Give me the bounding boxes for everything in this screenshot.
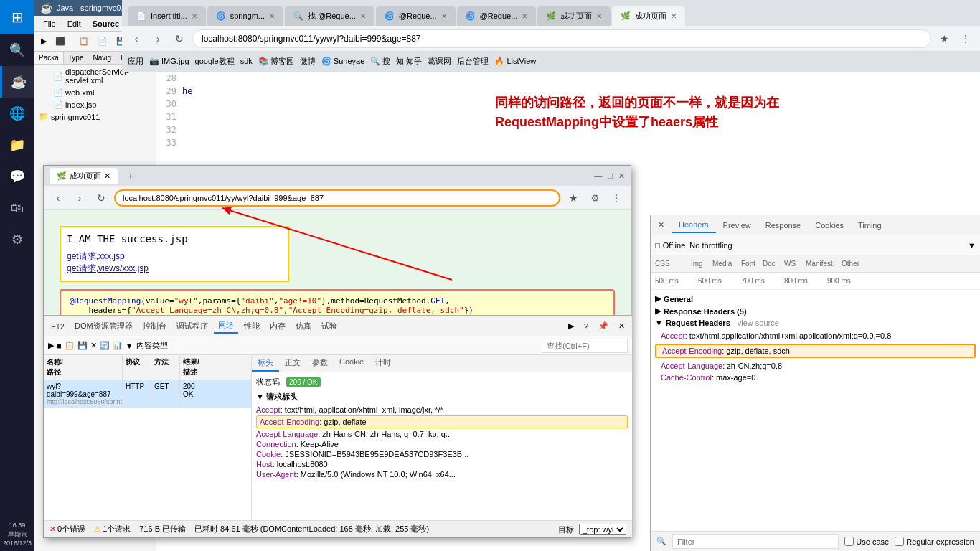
tab-headers[interactable]: 标头 bbox=[252, 355, 279, 372]
view-source-link[interactable]: view source bbox=[738, 319, 779, 327]
tab-timing[interactable]: 计时 bbox=[369, 355, 397, 372]
network-search-input[interactable] bbox=[542, 339, 628, 353]
net-filter[interactable]: ▼ bbox=[126, 342, 133, 350]
tab-close-icon[interactable]: ✕ bbox=[596, 12, 602, 20]
target-select[interactable]: _top: wyl bbox=[579, 524, 626, 535]
bm-admin[interactable]: 后台管理 bbox=[457, 56, 489, 67]
devtools-close[interactable]: ✕ bbox=[614, 320, 629, 332]
cdt-tab-close[interactable]: ✕ bbox=[651, 217, 672, 232]
tab-close-icon[interactable]: ✕ bbox=[269, 12, 275, 20]
toolbar-btn-3[interactable]: 📋 bbox=[75, 34, 93, 48]
net-refresh[interactable]: 🔄 bbox=[100, 341, 110, 350]
bm-listview[interactable]: 🔥 ListView bbox=[494, 57, 536, 66]
b2-extensions[interactable]: ⚙ bbox=[586, 189, 603, 207]
forward-button[interactable]: › bbox=[149, 30, 166, 47]
bm-boke[interactable]: 📚 博客园 bbox=[258, 56, 294, 67]
chrome-tab-2[interactable]: 🔍找 @Reque...✕ bbox=[285, 6, 374, 26]
toolbar-btn-2[interactable]: ⬛ bbox=[52, 34, 69, 48]
menu-source[interactable]: Source bbox=[87, 17, 125, 30]
bm-search[interactable]: 🔍 搜 bbox=[370, 56, 390, 67]
tab-close-icon[interactable]: ✕ bbox=[360, 12, 366, 20]
cdt-tab-cookies[interactable]: Cookies bbox=[808, 218, 851, 232]
b2-back[interactable]: ‹ bbox=[50, 189, 67, 207]
net-clear[interactable]: ✕ bbox=[90, 341, 97, 350]
net-stop[interactable]: ■ bbox=[57, 342, 62, 350]
tree-item-webxml[interactable]: 📄web.xml bbox=[36, 86, 154, 98]
start-button[interactable]: ⊞ bbox=[0, 0, 34, 34]
cdt-throttle[interactable]: ▼ bbox=[968, 241, 976, 250]
tab-cookie[interactable]: Cookie bbox=[334, 355, 369, 372]
cdt-tab-preview[interactable]: Preview bbox=[716, 218, 758, 232]
tab-close-icon[interactable]: ✕ bbox=[671, 12, 677, 20]
bookmark-button[interactable]: ★ bbox=[936, 30, 953, 47]
b2-bookmark[interactable]: ★ bbox=[565, 189, 582, 207]
tab-package[interactable]: Packa bbox=[34, 52, 64, 64]
warning-btn[interactable]: ⚠ 1个请求 bbox=[94, 524, 131, 534]
browser2-maximize[interactable]: □ bbox=[608, 171, 613, 181]
devtools-pin[interactable]: 📌 bbox=[594, 320, 613, 332]
back-button[interactable]: ‹ bbox=[128, 30, 145, 47]
b2-forward[interactable]: › bbox=[71, 189, 88, 207]
browser2-tab-close[interactable]: ✕ bbox=[104, 171, 110, 181]
devtools-console[interactable]: 控制台 bbox=[138, 319, 171, 333]
menu-edit[interactable]: Edit bbox=[62, 18, 87, 29]
devtools-info[interactable]: ? bbox=[580, 321, 593, 332]
cdt-request-headers-header[interactable]: ▼Request Headers view source bbox=[655, 319, 976, 327]
error-btn[interactable]: ✕ 0个错误 bbox=[50, 524, 85, 534]
browser2-new-tab[interactable]: + bbox=[122, 167, 139, 184]
link-get-views[interactable]: get请求,views/xxx.jsp bbox=[67, 263, 149, 273]
cdt-tab-timing[interactable]: Timing bbox=[851, 218, 889, 232]
chrome-tab-1[interactable]: 🌀springm...✕ bbox=[207, 6, 283, 26]
devtools-emulate[interactable]: 仿真 bbox=[291, 319, 316, 333]
taskbar-search[interactable]: 🔍 bbox=[0, 34, 34, 66]
cdt-filter-input[interactable] bbox=[672, 534, 839, 549]
tab-close-icon[interactable]: ✕ bbox=[441, 12, 447, 20]
bm-sdk[interactable]: sdk bbox=[240, 57, 253, 65]
menu-file[interactable]: File bbox=[37, 18, 62, 29]
devtools-dom[interactable]: DOM资源管理器 bbox=[70, 319, 137, 333]
tree-item-indexjsp[interactable]: 📄index.jsp bbox=[36, 98, 154, 110]
devtools-debug[interactable]: 调试程序 bbox=[172, 319, 212, 333]
taskbar-store[interactable]: 🛍 bbox=[0, 192, 34, 224]
cdt-response-headers-header[interactable]: ▶Response Headers (5) bbox=[655, 306, 976, 316]
net-export[interactable]: 💾 bbox=[77, 341, 88, 350]
tab-close-icon[interactable]: ✕ bbox=[522, 12, 527, 20]
browser2-minimize[interactable]: — bbox=[594, 171, 602, 181]
tab-params[interactable]: 参数 bbox=[306, 355, 334, 372]
taskbar-files[interactable]: 📁 bbox=[0, 129, 34, 161]
taskbar-browser[interactable]: 🌐 bbox=[0, 98, 34, 129]
net-chart[interactable]: 📊 bbox=[113, 341, 123, 350]
taskbar-settings[interactable]: ⚙ bbox=[0, 224, 34, 255]
browser2-url-bar[interactable] bbox=[114, 189, 560, 207]
b2-menu[interactable]: ⋮ bbox=[608, 189, 625, 207]
net-play[interactable]: ▶ bbox=[48, 341, 54, 350]
net-content-type[interactable]: 内容类型 bbox=[136, 340, 168, 351]
use-case-checkbox[interactable] bbox=[844, 537, 854, 546]
chrome-tab-5[interactable]: 🌿成功页面✕ bbox=[537, 6, 611, 26]
tab-close-icon[interactable]: ✕ bbox=[192, 12, 197, 20]
bm-google[interactable]: google教程 bbox=[195, 56, 235, 67]
taskbar-chat[interactable]: 💬 bbox=[0, 161, 34, 192]
devtools-f12[interactable]: F12 bbox=[47, 321, 69, 332]
toolbar-btn-1[interactable]: ▶ bbox=[37, 34, 50, 48]
browser2-tab[interactable]: 🌿 成功页面 ✕ bbox=[50, 168, 118, 184]
bm-img[interactable]: 📷 IMG.jpg bbox=[149, 57, 189, 66]
chrome-tab-6[interactable]: 🌿成功页面✕ bbox=[612, 6, 685, 26]
taskbar-eclipse[interactable]: ☕ bbox=[0, 66, 34, 98]
chrome-tab-0[interactable]: 📄Insert titl...✕ bbox=[128, 6, 206, 26]
devtools-experiment[interactable]: 试验 bbox=[317, 319, 341, 333]
tab-body[interactable]: 正文 bbox=[279, 355, 306, 372]
network-row[interactable]: wyl?daibi=999&age=887 http://localhost:8… bbox=[44, 380, 251, 408]
bm-ge[interactable]: 葛课网 bbox=[428, 56, 451, 67]
cdt-general-header[interactable]: ▶General bbox=[655, 294, 976, 303]
cdt-offline[interactable]: □ bbox=[655, 241, 660, 250]
bm-zhihu[interactable]: 知 知乎 bbox=[396, 56, 422, 67]
browser2-close[interactable]: ✕ bbox=[618, 171, 625, 181]
regex-checkbox[interactable] bbox=[895, 537, 904, 546]
devtools-network[interactable]: 网络 bbox=[214, 319, 238, 334]
tree-item-springmvc[interactable]: 📁springmvc011 bbox=[36, 110, 154, 123]
net-screenshot[interactable]: 📋 bbox=[65, 341, 75, 350]
cdt-tab-headers[interactable]: Headers bbox=[672, 217, 716, 233]
menu-button[interactable]: ⋮ bbox=[957, 30, 974, 47]
bm-sun[interactable]: 🌀 Suneyae bbox=[321, 57, 364, 66]
